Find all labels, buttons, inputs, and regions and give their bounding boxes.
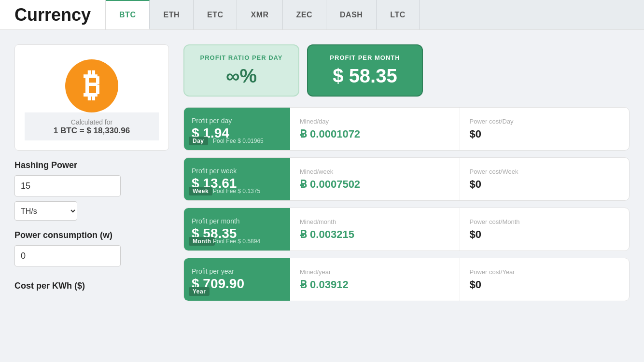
period-title-week: Profit per week: [192, 167, 282, 175]
period-row-week: Profit per week $ 13.61 Week Pool Fee $ …: [183, 157, 630, 201]
tab-zec[interactable]: ZEC: [283, 0, 327, 29]
period-mined-value-week: Ƀ 0.0007502: [300, 178, 360, 191]
period-mined-value-day: Ƀ 0.0001072: [300, 128, 360, 140]
period-row-day: Profit per day $ 1.94 Day Pool Fee $ 0.0…: [183, 107, 630, 151]
period-mined-label-year: Mined/year: [300, 268, 331, 276]
period-mined-label-week: Mined/week: [300, 168, 333, 175]
sidebar: ₿ Calculated for 1 BTC = $ 18,330.96 Has…: [14, 44, 169, 301]
ratio-card: PROFIT RATIO PER DAY ∞%: [183, 44, 299, 97]
period-power-month: Power cost/Month $0: [460, 208, 630, 251]
period-fee-month: Pool Fee $ 0.5894: [213, 238, 260, 245]
period-power-value-week: $0: [470, 178, 481, 191]
period-left-week: Profit per week $ 13.61 Week Pool Fee $ …: [184, 158, 290, 200]
month-label: PROFIT PER MONTH: [330, 54, 400, 61]
period-left-year: Profit per year $ 709.90 Year: [184, 258, 290, 301]
form-section: Hashing Power TH/s GH/s MH/s: [14, 151, 169, 221]
period-power-year: Power cost/Year $0: [460, 258, 630, 301]
period-mined-year: Mined/year Ƀ 0.03912: [290, 258, 460, 301]
period-mined-month: Mined/month Ƀ 0.003215: [290, 208, 460, 251]
tab-btc[interactable]: BTC: [106, 0, 150, 29]
period-mined-label-day: Mined/day: [300, 118, 329, 125]
hashing-label: Hashing Power: [14, 160, 169, 170]
cost-section: Cost per KWh ($): [14, 271, 169, 291]
cost-label: Cost per KWh ($): [14, 281, 169, 291]
currency-tabs: BTCETHETCXMRZECDASHLTC: [106, 0, 644, 29]
period-power-label-month: Power cost/Month: [470, 218, 520, 225]
tab-ltc[interactable]: LTC: [377, 0, 419, 29]
calc-value: 1 BTC = $ 18,330.96: [29, 126, 154, 136]
tab-xmr[interactable]: XMR: [237, 0, 282, 29]
period-power-label-week: Power cost/Week: [470, 168, 518, 175]
calc-info: Calculated for 1 BTC = $ 18,330.96: [25, 112, 159, 140]
period-right-year: Mined/year Ƀ 0.03912 Power cost/Year $0: [290, 258, 629, 301]
coin-card: ₿ Calculated for 1 BTC = $ 18,330.96: [14, 44, 169, 151]
period-power-value-day: $0: [470, 128, 481, 140]
right-content: PROFIT RATIO PER DAY ∞% PROFIT PER MONTH…: [183, 44, 630, 301]
power-section: Power consumption (w): [14, 221, 169, 271]
btc-icon: ₿: [65, 59, 118, 112]
period-title-month: Profit per month: [192, 217, 282, 225]
period-left-day: Profit per day $ 1.94 Day Pool Fee $ 0.0…: [184, 108, 290, 150]
period-row-year: Profit per year $ 709.90 Year Mined/year…: [183, 258, 630, 301]
period-mined-week: Mined/week Ƀ 0.0007502: [290, 158, 460, 200]
period-left-month: Profit per month $ 58.35 Month Pool Fee …: [184, 208, 290, 251]
period-title-day: Profit per day: [192, 117, 282, 125]
period-right-month: Mined/month Ƀ 0.003215 Power cost/Month …: [290, 208, 629, 251]
top-stats: PROFIT RATIO PER DAY ∞% PROFIT PER MONTH…: [183, 44, 630, 97]
period-right-day: Mined/day Ƀ 0.0001072 Power cost/Day $0: [290, 108, 629, 150]
period-tag-year: Year: [189, 287, 210, 296]
tab-eth[interactable]: ETH: [150, 0, 194, 29]
period-power-value-month: $0: [470, 228, 481, 241]
period-mined-label-month: Mined/month: [300, 218, 336, 225]
period-title-year: Profit per year: [192, 267, 282, 275]
tab-dash[interactable]: DASH: [326, 0, 377, 29]
period-tag-month: Month: [189, 237, 215, 246]
power-label: Power consumption (w): [14, 230, 169, 240]
ratio-label: PROFIT RATIO PER DAY: [200, 54, 283, 61]
period-tag-day: Day: [189, 137, 208, 145]
header: Currency BTCETHETCXMRZECDASHLTC: [0, 0, 644, 30]
hashing-unit-wrap: TH/s GH/s MH/s: [14, 201, 169, 221]
app-title: Currency: [0, 0, 106, 29]
main-content: ₿ Calculated for 1 BTC = $ 18,330.96 Has…: [0, 30, 644, 301]
power-input[interactable]: [14, 245, 121, 266]
period-right-week: Mined/week Ƀ 0.0007502 Power cost/Week $…: [290, 158, 629, 200]
period-row-month: Profit per month $ 58.35 Month Pool Fee …: [183, 208, 630, 251]
bitcoin-symbol: ₿: [84, 69, 100, 101]
period-power-week: Power cost/Week $0: [460, 158, 630, 200]
period-rows: Profit per day $ 1.94 Day Pool Fee $ 0.0…: [183, 107, 630, 301]
calc-label: Calculated for: [29, 118, 154, 126]
period-mined-value-month: Ƀ 0.003215: [300, 228, 354, 241]
period-mined-value-year: Ƀ 0.03912: [300, 278, 349, 291]
period-power-label-year: Power cost/Year: [470, 268, 515, 276]
month-value: $ 58.35: [333, 65, 397, 87]
hashing-input[interactable]: [14, 175, 121, 196]
hashing-unit-select[interactable]: TH/s GH/s MH/s: [14, 201, 77, 221]
period-power-label-day: Power cost/Day: [470, 118, 514, 125]
tab-etc[interactable]: ETC: [194, 0, 238, 29]
period-mined-day: Mined/day Ƀ 0.0001072: [290, 108, 460, 150]
period-power-value-year: $0: [470, 278, 481, 291]
period-power-day: Power cost/Day $0: [460, 108, 630, 150]
ratio-value: ∞%: [226, 65, 257, 87]
month-card: PROFIT PER MONTH $ 58.35: [307, 44, 423, 97]
period-fee-week: Pool Fee $ 0.1375: [213, 188, 260, 195]
period-tag-week: Week: [189, 187, 212, 195]
period-fee-day: Pool Fee $ 0.01965: [213, 138, 264, 144]
